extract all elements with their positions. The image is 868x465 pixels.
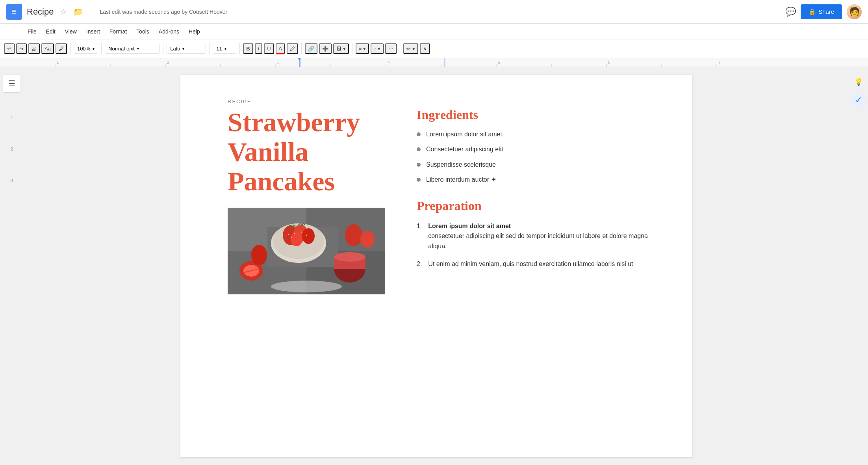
fontsize-select[interactable]: 11 ▾ (213, 44, 236, 54)
check-circle-icon[interactable]: ✓ (851, 93, 866, 107)
svg-point-47 (251, 245, 267, 265)
bold-button[interactable]: B (243, 43, 253, 54)
spell-check-button[interactable]: Aa (41, 43, 54, 54)
ingredient-item: Suspendisse scelerisque (417, 160, 661, 169)
preparation-section: Preparation 1. Lorem ipsum dolor sit ame… (417, 199, 661, 269)
menu-file[interactable]: File (24, 26, 41, 37)
pen-button[interactable]: ✏ ▾ (403, 43, 418, 54)
underline-button[interactable]: U (264, 43, 274, 54)
menu-format[interactable]: Format (106, 26, 131, 37)
preparation-list: 1. Lorem ipsum dolor sit amet consectetu… (417, 221, 661, 269)
svg-point-37 (306, 235, 307, 236)
menu-addons[interactable]: Add-ons (155, 26, 183, 37)
title-line2: Vanilla (228, 137, 308, 167)
font-value: Lato (170, 46, 180, 52)
preparation-step-1: 1. Lorem ipsum dolor sit amet consectetu… (417, 221, 661, 251)
avatar[interactable]: 🧑 (847, 4, 862, 19)
highlight-button[interactable]: 🖊 (287, 43, 298, 54)
preparation-step-2: 2. Ut enim ad minim veniam, quis nostrud… (417, 259, 661, 269)
svg-text:5: 5 (498, 60, 500, 65)
svg-point-33 (288, 234, 289, 235)
right-panel: 💡 ✓ (849, 67, 868, 465)
sep1 (70, 43, 70, 54)
recipe-title: Strawberry Vanilla Pancakes (228, 108, 401, 196)
svg-text:7: 7 (718, 60, 721, 65)
left-column: Strawberry Vanilla Pancakes (228, 108, 393, 294)
sep6 (301, 43, 302, 54)
insert-comment-button[interactable]: ➕ (319, 43, 332, 54)
share-button[interactable]: 🔒 Share (801, 4, 842, 19)
lock-icon: 🔒 (809, 8, 816, 15)
svg-point-34 (291, 237, 292, 238)
folder-icon[interactable]: 📁 (73, 7, 83, 17)
share-label: Share (818, 8, 834, 15)
menu-help[interactable]: Help (185, 26, 204, 37)
style-chevron: ▾ (137, 46, 139, 51)
svg-point-35 (294, 233, 295, 234)
ingredients-section: Ingredients Lorem ipsum dolor sit amet C… (417, 108, 661, 184)
paint-format-button[interactable]: 🖌 (56, 43, 67, 54)
text-color-button[interactable]: A (276, 43, 286, 54)
lightbulb-icon[interactable]: 💡 (851, 75, 866, 89)
svg-text:2: 2 (167, 60, 169, 65)
bullet-circle (417, 132, 421, 136)
sep4 (209, 43, 210, 54)
svg-text:6: 6 (608, 60, 610, 65)
ruler-numbers: 1 2 3 (11, 102, 13, 196)
line-spacing-button[interactable]: ↕ ▾ (371, 43, 384, 54)
style-select[interactable]: Normal text ▾ (105, 44, 160, 54)
menu-edit[interactable]: Edit (42, 26, 59, 37)
docs-icon-text: ≡ (12, 7, 17, 17)
link-button[interactable]: 🔗 (305, 43, 317, 54)
font-chevron: ▾ (182, 46, 184, 51)
google-docs-icon[interactable]: ≡ (6, 4, 22, 20)
save-status: Last edit was made seconds ago by Couset… (100, 9, 780, 15)
svg-text:3: 3 (277, 60, 280, 65)
menu-view[interactable]: View (61, 26, 81, 37)
outline-button[interactable]: ☰ (3, 75, 20, 92)
fontsize-value: 11 (216, 46, 222, 52)
collapse-button[interactable]: ∧ (420, 43, 430, 54)
sep5 (239, 43, 240, 54)
document-page: RECIPE Strawberry Vanilla Pancakes (180, 75, 692, 457)
sep7 (352, 43, 352, 54)
svg-rect-22 (444, 58, 445, 67)
svg-point-48 (271, 281, 342, 292)
sidebar-left: ☰ 1 2 3 (0, 67, 24, 465)
star-icon[interactable]: ☆ (60, 7, 67, 17)
redo-button[interactable]: ↪ (16, 43, 27, 54)
title-line1: Strawberry (228, 107, 360, 137)
doc-title: Recipe (27, 7, 54, 17)
ingredient-item: Consectetuer adipiscing elit (417, 145, 661, 154)
svg-point-46 (360, 231, 375, 248)
toolbar: ↩ ↪ 🖨 Aa 🖌 100% ▾ Normal text ▾ Lato ▾ 1… (0, 39, 868, 58)
svg-text:1: 1 (57, 60, 59, 65)
align-button[interactable]: ≡ ▾ (356, 43, 369, 54)
page-wrapper: RECIPE Strawberry Vanilla Pancakes (24, 67, 849, 465)
zoom-value: 100% (77, 46, 90, 52)
top-right-actions: 💬 🔒 Share 🧑 (785, 4, 862, 19)
title-line3: Pancakes (228, 166, 335, 196)
zoom-select[interactable]: 100% ▾ (74, 44, 98, 54)
comments-icon[interactable]: 💬 (785, 7, 796, 17)
font-select[interactable]: Lato ▾ (167, 44, 206, 54)
sep8 (400, 43, 400, 54)
svg-point-36 (301, 232, 302, 233)
print-button[interactable]: 🖨 (28, 43, 40, 54)
outline-icon: ☰ (8, 79, 15, 88)
svg-point-32 (291, 232, 302, 246)
menu-insert[interactable]: Insert (82, 26, 104, 37)
more-button[interactable]: ⋯ (385, 43, 397, 54)
svg-text:4: 4 (388, 60, 390, 65)
italic-button[interactable]: I (255, 43, 263, 54)
insert-image-button[interactable]: 🖼 ▾ (333, 43, 349, 54)
undo-button[interactable]: ↩ (4, 43, 15, 54)
bullet-circle (417, 178, 421, 182)
top-bar: ≡ Recipe ☆ 📁 Last edit was made seconds … (0, 0, 868, 24)
recipe-label: RECIPE (228, 99, 661, 104)
fontsize-chevron: ▾ (224, 46, 226, 51)
menu-tools[interactable]: Tools (132, 26, 153, 37)
step-content-1: Lorem ipsum dolor sit amet consectetuer … (428, 221, 661, 251)
style-value: Normal text (108, 46, 134, 52)
bullet-circle (417, 163, 421, 167)
